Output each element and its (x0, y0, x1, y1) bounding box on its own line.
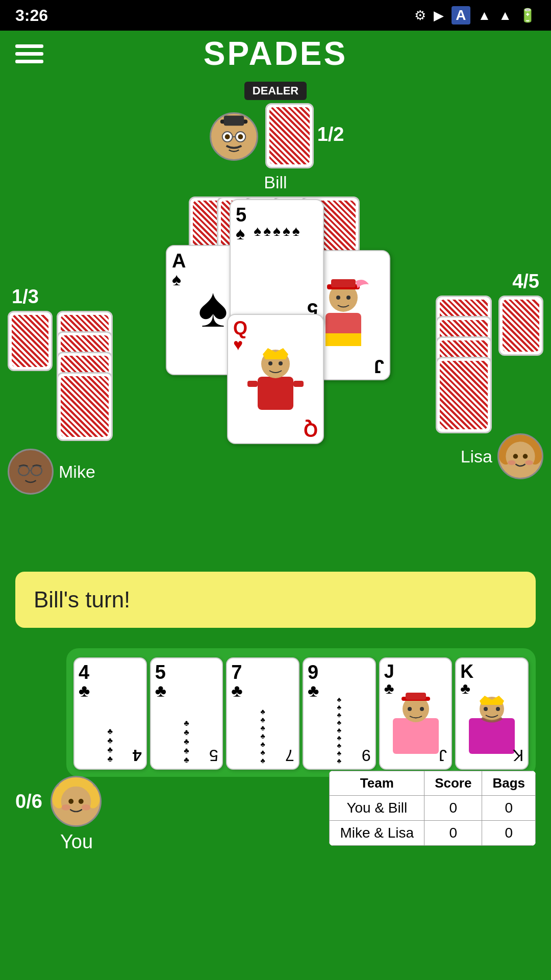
svg-rect-37 (406, 693, 426, 700)
svg-point-24 (279, 361, 283, 365)
bags-1: 0 (482, 796, 536, 821)
bill-avatar (210, 112, 258, 161)
you-bid: 0/6 (15, 791, 42, 813)
player-you-area: 0/6 You (15, 776, 102, 827)
battery-icon: 🔋 (519, 8, 536, 23)
gear-icon: ⚙ (414, 8, 426, 23)
wifi-icon: ▲ (478, 8, 491, 23)
score-1: 0 (424, 796, 482, 821)
svg-point-19 (508, 460, 515, 465)
mike-avatar (8, 449, 54, 495)
bags-header: Bags (482, 771, 536, 796)
svg-rect-34 (393, 718, 439, 754)
hand-card-4c[interactable]: 4 ♣ ♣♣♣♣ 4 (73, 657, 147, 770)
svg-point-39 (420, 707, 424, 711)
svg-point-50 (79, 799, 84, 804)
bill-bid: 1/2 (317, 124, 344, 145)
lisa-bid: 4/5 (512, 271, 539, 292)
trick-north-card: 5 ♠ ♠ ♠ ♠ ♠ ♠ 5 (230, 199, 324, 327)
you-name: You (60, 831, 93, 853)
svg-rect-26 (293, 381, 304, 387)
svg-rect-21 (258, 377, 293, 410)
svg-point-42 (484, 707, 488, 711)
svg-point-38 (408, 707, 412, 711)
hand-card-5c[interactable]: 5 ♣ ♣♣♣♣♣ 5 (150, 657, 223, 770)
svg-point-20 (525, 460, 533, 465)
status-time: 3:26 (15, 6, 48, 25)
hand-card-kc[interactable]: K ♣ K (455, 657, 529, 770)
bill-name: Bill (264, 173, 287, 192)
svg-point-33 (346, 296, 350, 300)
trick-south-card: Q ♥ (227, 314, 324, 444)
svg-point-17 (513, 454, 518, 459)
svg-rect-40 (469, 718, 515, 754)
score-table-area: Team Score Bags You & Bill 0 0 Mike & Li… (329, 771, 536, 846)
menu-button[interactable] (15, 44, 43, 63)
app-title: SPADES (204, 35, 347, 72)
score-row-1: You & Bill 0 0 (330, 796, 536, 821)
mike-name: Mike (59, 462, 95, 482)
svg-point-18 (523, 454, 528, 459)
player-hand: 4 ♣ ♣♣♣♣ 4 5 ♣ ♣♣♣♣♣ 5 7 ♣ ♣♣♣♣♣♣♣ 7 (66, 648, 536, 777)
svg-rect-2 (223, 115, 244, 126)
score-row-2: Mike & Lisa 0 0 (330, 821, 536, 846)
team-header: Team (330, 771, 424, 796)
svg-rect-31 (331, 279, 356, 287)
turn-message: Bill's turn! (15, 572, 536, 628)
score-2: 0 (424, 821, 482, 846)
svg-point-32 (336, 296, 340, 300)
game-area: DEALER (0, 77, 551, 949)
bags-2: 0 (482, 821, 536, 846)
hand-card-jc[interactable]: J ♣ J (379, 657, 453, 770)
svg-point-5 (224, 134, 230, 139)
svg-point-43 (496, 707, 500, 711)
svg-point-23 (268, 361, 272, 365)
header: SPADES (0, 31, 551, 77)
a-icon: A (452, 6, 470, 24)
lisa-name: Lisa (461, 447, 492, 467)
svg-rect-25 (247, 381, 258, 387)
play-icon: ▶ (434, 8, 444, 23)
svg-point-51 (61, 804, 70, 811)
player-mike-area: 1/3 (8, 286, 115, 495)
svg-rect-28 (325, 333, 361, 346)
mike-bid: 1/3 (12, 286, 39, 308)
team-2: Mike & Lisa (330, 821, 424, 846)
hand-card-7c[interactable]: 7 ♣ ♣♣♣♣♣♣♣ 7 (226, 657, 299, 770)
team-1: You & Bill (330, 796, 424, 821)
dealer-badge: DEALER (244, 82, 307, 100)
status-icons: ⚙ ▶ A ▲ ▲ 🔋 (414, 6, 536, 24)
score-table: Team Score Bags You & Bill 0 0 Mike & Li… (329, 771, 536, 846)
you-avatar (51, 776, 102, 827)
player-lisa-area: 4/5 Lisa (436, 271, 543, 479)
lisa-avatar (497, 433, 543, 479)
hand-card-9c[interactable]: 9 ♣ ♣♣♣♣♣♣♣♣♣ 9 (303, 657, 376, 770)
svg-point-49 (68, 799, 73, 804)
signal-icon: ▲ (498, 8, 512, 23)
status-bar: 3:26 ⚙ ▶ A ▲ ▲ 🔋 (0, 0, 551, 31)
svg-point-52 (82, 804, 91, 811)
trick-area: 5 ♠ ♠ ♠ ♠ ♠ ♠ 5 A ♠ ♠ A Q ♥ (173, 199, 378, 403)
svg-point-6 (238, 134, 243, 139)
score-header: Score (424, 771, 482, 796)
